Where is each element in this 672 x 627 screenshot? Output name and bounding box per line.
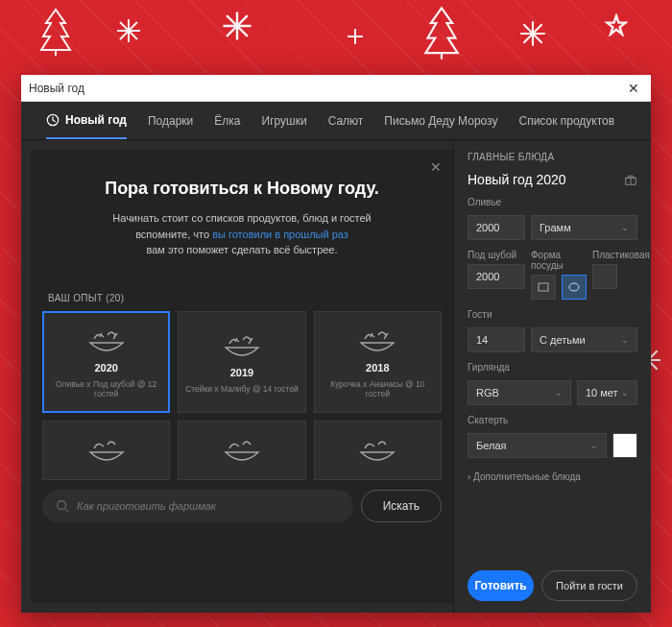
plastic-label: Пластиковая <box>592 250 650 260</box>
card-2020[interactable]: 2020 Оливье x Под шубой @ 12 гостей <box>42 311 170 413</box>
properties-panel: ГЛАВНЫЕ БЛЮДА Новый год 2020 Оливье 2000… <box>453 140 651 613</box>
cook-button[interactable]: Готовить <box>468 570 534 601</box>
tablecloth-color[interactable] <box>612 433 637 458</box>
guests-label: Гости <box>468 309 637 320</box>
visit-button[interactable]: Пойти в гости <box>541 570 637 601</box>
search-bar: Как приготовить фаршмак Искать <box>42 490 442 522</box>
window-title: Новый год <box>29 82 84 95</box>
gift-icon[interactable] <box>624 173 637 186</box>
salad-icon <box>355 435 399 466</box>
plastic-checkbox[interactable] <box>592 264 617 289</box>
chevron-down-icon: ⌄ <box>621 388 629 398</box>
svg-rect-3 <box>539 283 548 291</box>
chevron-down-icon: ⌄ <box>555 388 563 398</box>
tab-letter[interactable]: Письмо Деду Морозу <box>384 102 497 139</box>
salad-icon <box>220 330 264 361</box>
tab-gifts[interactable]: Подарки <box>148 102 193 139</box>
document-name[interactable]: Новый год 2020 <box>468 172 618 187</box>
salad-icon <box>220 435 264 466</box>
tablecloth-label: Скатерть <box>468 415 637 425</box>
search-icon <box>56 499 69 513</box>
shuba-value[interactable]: 2000 <box>468 264 525 289</box>
tablecloth-select[interactable]: Белая⌄ <box>468 433 607 458</box>
garland-label: Гирлянда <box>468 362 637 373</box>
salad-icon <box>84 435 129 466</box>
tab-label: Новый год <box>65 113 127 127</box>
chevron-down-icon: ⌄ <box>590 441 598 450</box>
app-window: Новый год ✕ Новый год Подарки Ёлка Игруш… <box>21 75 651 613</box>
garland-select[interactable]: RGB⌄ <box>468 380 571 405</box>
olivier-unit[interactable]: Грамм⌄ <box>531 215 637 240</box>
more-dishes-toggle[interactable]: › Дополнительные блюда <box>468 471 637 482</box>
tab-tree[interactable]: Ёлка <box>214 102 240 139</box>
clock-icon <box>46 113 60 127</box>
svg-point-4 <box>569 283 579 291</box>
olivier-value[interactable]: 2000 <box>468 215 525 240</box>
card-more-1[interactable] <box>42 421 170 480</box>
card-more-2[interactable] <box>178 421 305 480</box>
dish-shape-rect[interactable] <box>531 275 556 300</box>
tab-new-year[interactable]: Новый год <box>46 102 127 139</box>
dishform-label: Форма посуды <box>531 250 587 271</box>
card-2019[interactable]: 2019 Стейки x Малибу @ 14 гостей <box>178 311 305 413</box>
panel-title: ГЛАВНЫЕ БЛЮДА <box>468 152 637 162</box>
experience-cards: 2020 Оливье x Под шубой @ 12 гостей 2019… <box>31 311 453 480</box>
search-button[interactable]: Искать <box>361 490 442 522</box>
guests-option[interactable]: С детьми⌄ <box>531 327 637 352</box>
search-input[interactable]: Как приготовить фаршмак <box>42 490 353 522</box>
main-panel: ✕ Пора готовиться к Новому году. Начинат… <box>31 150 453 603</box>
banner-close-icon[interactable]: ✕ <box>430 159 442 175</box>
chevron-down-icon: ⌄ <box>621 335 629 345</box>
tab-toys[interactable]: Игрушки <box>262 102 307 139</box>
svg-point-1 <box>58 500 66 509</box>
close-icon[interactable]: ✕ <box>624 81 643 96</box>
tab-bar: Новый год Подарки Ёлка Игрушки Салют Пис… <box>21 102 651 140</box>
titlebar: Новый год ✕ <box>21 75 651 102</box>
card-2018[interactable]: 2018 Курочка x Ананасы @ 10 гостей <box>314 311 442 413</box>
tab-shopping[interactable]: Список продуктов <box>518 102 614 139</box>
chevron-down-icon: ⌄ <box>621 223 629 232</box>
tab-fireworks[interactable]: Салют <box>328 102 364 139</box>
banner-link[interactable]: вы готовили в прошлый раз <box>212 229 348 240</box>
welcome-banner: ✕ Пора готовиться к Новому году. Начинат… <box>31 150 453 279</box>
salad-icon <box>355 326 399 356</box>
banner-title: Пора готовиться к Новому году. <box>69 179 415 199</box>
guests-value[interactable]: 14 <box>468 327 525 352</box>
shuba-label: Под шубой <box>468 250 525 260</box>
garland-length[interactable]: 10 мет⌄ <box>577 380 637 405</box>
olivier-label: Оливье <box>468 197 637 207</box>
experience-label: ВАШ ОПЫТ (20) <box>31 279 453 311</box>
salad-icon <box>84 326 129 356</box>
card-more-3[interactable] <box>314 421 442 480</box>
dish-shape-round[interactable] <box>562 275 587 300</box>
